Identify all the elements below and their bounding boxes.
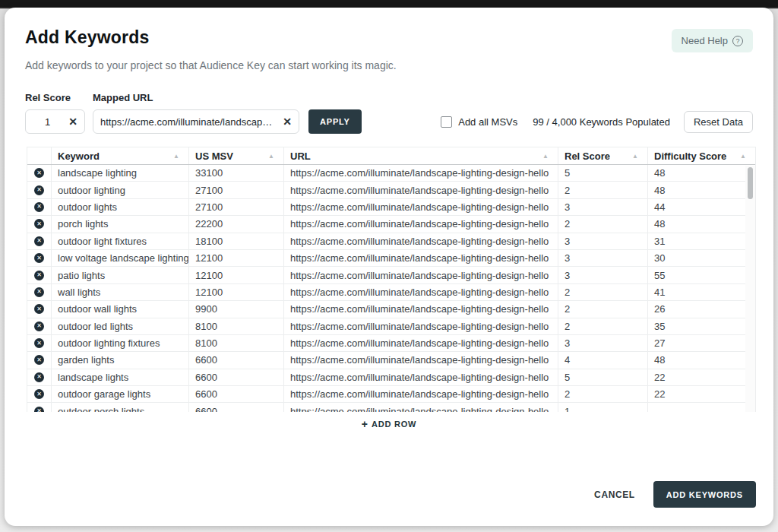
us-msv-cell[interactable]: 27100 [189,199,284,215]
us-msv-cell[interactable]: 12100 [189,267,284,283]
vertical-scrollbar[interactable] [745,166,755,412]
rel-score-cell[interactable]: 3 [558,335,648,351]
rel-score-cell[interactable]: 2 [558,216,648,232]
clear-rel-score-icon[interactable]: ✕ [62,116,77,128]
rel-score-cell[interactable]: 4 [558,352,648,368]
us-msv-cell[interactable]: 22200 [189,216,284,232]
url-cell[interactable]: https://acme.com/illuminate/landscape-li… [284,352,558,368]
remove-row-icon[interactable]: ✕ [34,253,44,263]
url-cell[interactable]: https://acme.com/illuminate/landscape-li… [284,182,558,198]
url-cell[interactable]: https://acme.com/illuminate/landscape-li… [284,386,558,402]
difficulty-score-cell[interactable] [648,403,755,412]
us-msv-cell[interactable]: 6600 [189,386,284,402]
url-cell[interactable]: https://acme.com/illuminate/landscape-li… [284,318,558,334]
keyword-cell[interactable]: outdoor light fixtures [52,233,189,249]
remove-row-icon[interactable]: ✕ [34,407,44,412]
scrollbar-thumb[interactable] [748,167,753,199]
difficulty-score-cell[interactable]: 35 [648,318,755,334]
keyword-cell[interactable]: low voltage landscape lighting [52,250,189,266]
url-cell[interactable]: https://acme.com/illuminate/landscape-li… [284,199,558,215]
remove-row-icon[interactable]: ✕ [34,321,44,331]
rel-score-cell[interactable]: 1 [558,403,648,412]
keyword-cell[interactable]: outdoor porch lights [52,403,189,412]
rel-score-cell[interactable]: 5 [558,165,648,181]
difficulty-score-cell[interactable]: 31 [648,233,755,249]
mapped-url-input[interactable]: https://acme.com/illuminate/landscape-li… [93,109,299,134]
rel-score-cell[interactable]: 2 [558,301,648,317]
remove-row-icon[interactable]: ✕ [34,287,44,297]
difficulty-score-cell[interactable]: 26 [648,301,755,317]
rel-score-cell[interactable]: 2 [558,386,648,402]
us-msv-cell[interactable]: 27100 [189,182,284,198]
keyword-cell[interactable]: outdoor wall lights [52,301,189,317]
cancel-button[interactable]: CANCEL [594,489,635,500]
us-msv-cell[interactable]: 33100 [189,165,284,181]
difficulty-score-cell[interactable]: 44 [648,199,755,215]
us-msv-cell[interactable]: 8100 [189,318,284,334]
url-cell[interactable]: https://acme.com/illuminate/landscape-li… [284,165,558,181]
us-msv-cell[interactable]: 18100 [189,233,284,249]
keyword-cell[interactable]: wall lights [52,284,189,300]
remove-row-icon[interactable]: ✕ [34,202,44,212]
us-msv-cell[interactable]: 12100 [189,250,284,266]
clear-mapped-url-icon[interactable]: ✕ [277,116,292,128]
difficulty-score-cell[interactable]: 41 [648,284,755,300]
rel-score-cell[interactable]: 3 [558,250,648,266]
column-header-url[interactable]: URL▲ [284,147,558,164]
us-msv-cell[interactable]: 6600 [189,369,284,385]
add-all-msvs-checkbox[interactable] [441,116,452,128]
difficulty-score-cell[interactable]: 48 [648,352,755,368]
keyword-cell[interactable]: outdoor lights [52,199,189,215]
remove-row-icon[interactable]: ✕ [34,372,44,382]
remove-row-icon[interactable]: ✕ [34,355,44,365]
keyword-cell[interactable]: patio lights [52,267,189,283]
sort-arrow-icon[interactable]: ▲ [173,153,182,160]
difficulty-score-cell[interactable]: 48 [648,216,755,232]
add-row-button[interactable]: + ADD ROW [362,418,417,430]
url-cell[interactable]: https://acme.com/illuminate/landscape-li… [284,216,558,232]
column-header-rel-score[interactable]: Rel Score▲ [558,147,648,164]
difficulty-score-cell[interactable]: 30 [648,250,755,266]
sort-arrow-icon[interactable]: ▲ [632,153,641,160]
column-header-us-msv[interactable]: US MSV▲ [189,147,284,164]
rel-score-cell[interactable]: 3 [558,267,648,283]
url-cell[interactable]: https://acme.com/illuminate/landscape-li… [284,233,558,249]
rel-score-cell[interactable]: 5 [558,369,648,385]
difficulty-score-cell[interactable]: 22 [648,369,755,385]
remove-row-icon[interactable]: ✕ [34,389,44,399]
keyword-cell[interactable]: outdoor garage lights [52,386,189,402]
difficulty-score-cell[interactable]: 48 [648,165,755,181]
difficulty-score-cell[interactable]: 22 [648,386,755,402]
us-msv-cell[interactable]: 12100 [189,284,284,300]
us-msv-cell[interactable]: 9900 [189,301,284,317]
url-cell[interactable]: https://acme.com/illuminate/landscape-li… [284,403,558,412]
remove-row-icon[interactable]: ✕ [34,236,44,246]
url-cell[interactable]: https://acme.com/illuminate/landscape-li… [284,250,558,266]
remove-row-icon[interactable]: ✕ [34,168,44,178]
remove-row-icon[interactable]: ✕ [34,338,44,348]
difficulty-score-cell[interactable]: 48 [648,182,755,198]
rel-score-cell[interactable]: 3 [558,233,648,249]
reset-data-button[interactable]: Reset Data [684,111,753,133]
url-cell[interactable]: https://acme.com/illuminate/landscape-li… [284,267,558,283]
url-cell[interactable]: https://acme.com/illuminate/landscape-li… [284,284,558,300]
rel-score-cell[interactable]: 2 [558,284,648,300]
need-help-button[interactable]: Need Help ? [672,29,753,52]
us-msv-cell[interactable]: 6600 [189,352,284,368]
keyword-cell[interactable]: outdoor led lights [52,318,189,334]
difficulty-score-cell[interactable]: 55 [648,267,755,283]
column-header-keyword[interactable]: Keyword▲ [52,147,189,164]
us-msv-cell[interactable]: 8100 [189,335,284,351]
remove-row-icon[interactable]: ✕ [34,185,44,195]
keyword-cell[interactable]: landscape lighting [52,165,189,181]
rel-score-input[interactable]: 1 ✕ [25,109,85,134]
remove-row-icon[interactable]: ✕ [34,304,44,314]
remove-row-icon[interactable]: ✕ [34,219,44,229]
keyword-cell[interactable]: landscape lights [52,369,189,385]
difficulty-score-cell[interactable]: 27 [648,335,755,351]
sort-arrow-icon[interactable]: ▲ [268,153,277,160]
sort-arrow-icon[interactable]: ▲ [542,153,552,160]
keyword-cell[interactable]: garden lights [52,352,189,368]
rel-score-cell[interactable]: 3 [558,199,648,215]
column-header-difficulty-score[interactable]: Difficulty Score▲ [648,147,755,164]
